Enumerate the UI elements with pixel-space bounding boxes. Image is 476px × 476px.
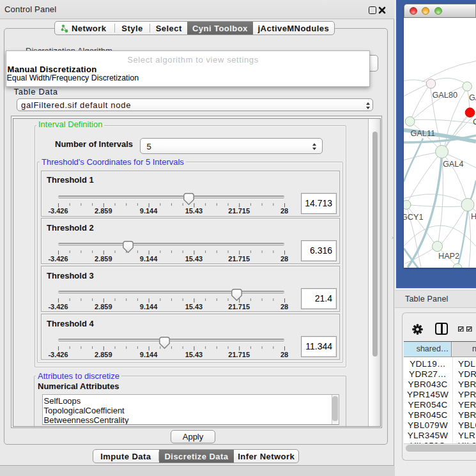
svg-text:GAL80: GAL80 bbox=[433, 90, 458, 99]
svg-text:GAL11: GAL11 bbox=[411, 129, 436, 138]
svg-text:GAL4: GAL4 bbox=[443, 159, 463, 168]
svg-text:HAP2: HAP2 bbox=[438, 251, 459, 260]
svg-text:HI: HI bbox=[471, 211, 476, 220]
svg-text:C: C bbox=[473, 117, 476, 126]
svg-text:GA: GA bbox=[469, 93, 476, 102]
svg-text:GCY1: GCY1 bbox=[404, 212, 424, 221]
